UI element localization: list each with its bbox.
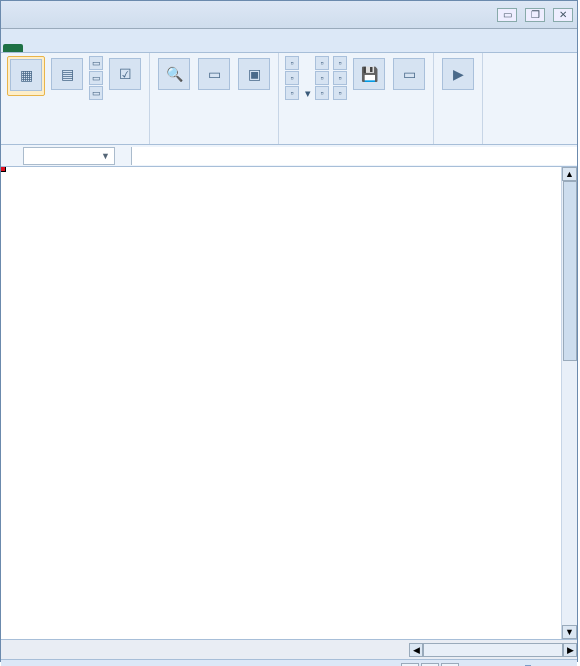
group-label-views xyxy=(7,142,143,143)
arrange-all-button[interactable]: ▫ xyxy=(285,71,311,85)
formula-bar: ▼ xyxy=(1,145,577,167)
group-label-macros xyxy=(440,142,476,143)
minimize-button[interactable]: ▭ xyxy=(497,8,517,22)
view-pagebreak-icon[interactable] xyxy=(441,663,459,667)
view-fullscreen-button[interactable]: ▭ xyxy=(89,86,103,100)
scroll-thumb[interactable] xyxy=(563,181,577,361)
freeze-panes-button[interactable]: ▫ ▾ xyxy=(285,86,311,100)
view-custom-button[interactable]: ▭ xyxy=(89,71,103,85)
macros-button[interactable]: ▶ xyxy=(440,56,476,94)
view-shortcuts xyxy=(401,663,459,667)
vertical-scrollbar[interactable]: ▲ ▼ xyxy=(561,167,577,639)
split-button[interactable]: ▫ xyxy=(315,56,329,70)
sync-scroll-button[interactable]: ▫ xyxy=(333,71,347,85)
redo-icon[interactable] xyxy=(65,6,83,24)
view-pagelayout-icon[interactable] xyxy=(421,663,439,667)
group-label-zoom xyxy=(156,142,272,143)
maximize-button[interactable]: ❐ xyxy=(525,8,545,22)
app-icon[interactable] xyxy=(5,6,23,24)
excel-window: ▭ ❐ ✕ ▦ ▤ ▭ ▭ ▭ ☑ 🔍 ▭ xyxy=(0,0,578,662)
tab-file[interactable] xyxy=(3,44,23,52)
switch-windows-button[interactable]: ▭ xyxy=(391,56,427,94)
ribbon-tabs xyxy=(1,29,577,53)
zoom-100-button[interactable]: ▭ xyxy=(196,56,232,94)
status-bar xyxy=(1,659,577,666)
title-bar: ▭ ❐ ✕ xyxy=(1,1,577,29)
window-controls: ▭ ❐ ✕ xyxy=(497,8,573,22)
formula-input[interactable] xyxy=(131,147,577,165)
new-window-button[interactable]: ▫ xyxy=(285,56,311,70)
zoom-button[interactable]: 🔍 xyxy=(156,56,192,94)
hscroll-track[interactable] xyxy=(423,643,563,657)
sheet-tab-bar: ◀ ▶ xyxy=(1,639,577,659)
hscroll-right-button[interactable]: ▶ xyxy=(563,643,577,657)
show-button[interactable]: ☑ xyxy=(107,56,143,94)
quick-access-toolbar xyxy=(5,6,103,24)
view-pagebreak-button[interactable]: ▭ xyxy=(89,56,103,70)
ribbon-group-macros: ▶ xyxy=(434,53,483,144)
ribbon-group-workbook-views: ▦ ▤ ▭ ▭ ▭ ☑ xyxy=(1,53,150,144)
save-workspace-button[interactable]: 💾 xyxy=(351,56,387,94)
view-pagelayout-button[interactable]: ▤ xyxy=(49,56,85,94)
scroll-up-button[interactable]: ▲ xyxy=(562,167,577,181)
hscroll-left-button[interactable]: ◀ xyxy=(409,643,423,657)
view-normal-button[interactable]: ▦ xyxy=(7,56,45,96)
ribbon-group-window: ▫ ▫ ▫ ▾ ▫ ▫ ▫ ▫ ▫ ▫ 💾 ▭ xyxy=(279,53,434,144)
hide-button[interactable]: ▫ xyxy=(315,71,329,85)
horizontal-scrollbar[interactable]: ◀ ▶ xyxy=(409,643,577,657)
reset-pos-button[interactable]: ▫ xyxy=(333,86,347,100)
zoom-selection-button[interactable]: ▣ xyxy=(236,56,272,94)
namebox-dropdown-icon[interactable]: ▼ xyxy=(101,151,110,161)
name-box[interactable]: ▼ xyxy=(23,147,115,165)
save-icon[interactable] xyxy=(25,6,43,24)
side-by-side-button[interactable]: ▫ xyxy=(333,56,347,70)
scroll-down-button[interactable]: ▼ xyxy=(562,625,577,639)
undo-icon[interactable] xyxy=(45,6,63,24)
qat-more-icon[interactable] xyxy=(85,6,103,24)
ribbon-group-zoom: 🔍 ▭ ▣ xyxy=(150,53,279,144)
spreadsheet-grid[interactable]: ▲ ▼ xyxy=(1,167,577,639)
fill-handle[interactable] xyxy=(1,167,6,172)
ribbon: ▦ ▤ ▭ ▭ ▭ ☑ 🔍 ▭ ▣ ▫ xyxy=(1,53,577,145)
unhide-button[interactable]: ▫ xyxy=(315,86,329,100)
view-normal-icon[interactable] xyxy=(401,663,419,667)
group-label-window xyxy=(285,142,427,143)
close-button[interactable]: ✕ xyxy=(553,8,573,22)
